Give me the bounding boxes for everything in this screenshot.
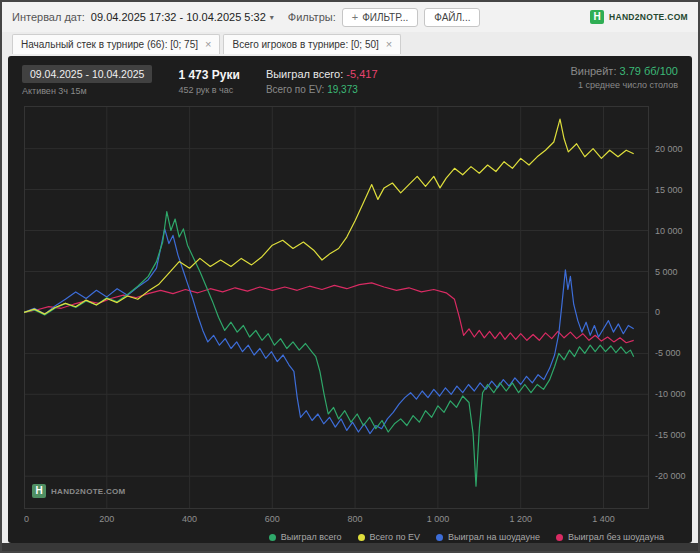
- filter-chip-label: Начальный стек в турнире (66): [0; 75]: [21, 39, 198, 50]
- watermark-text: HAND2NOTE.COM: [51, 487, 126, 496]
- svg-text:800: 800: [348, 514, 363, 524]
- plus-icon: +: [352, 12, 358, 23]
- legend-dot-icon: [269, 534, 276, 541]
- won-total-value: -5,417: [346, 68, 377, 80]
- report-date-range[interactable]: 09.04.2025 - 10.04.2025: [22, 65, 152, 83]
- legend-dot-icon: [436, 534, 443, 541]
- add-filter-button[interactable]: + ФИЛЬТР...: [342, 8, 419, 27]
- svg-text:1 200: 1 200: [509, 514, 532, 524]
- hand2note-icon: H: [590, 10, 604, 24]
- chevron-down-icon: ▾: [270, 13, 274, 22]
- avg-tables: 1 среднее число столов: [578, 80, 678, 90]
- report-header: 09.04.2025 - 10.04.2025 Активен 3ч 15м 1…: [8, 56, 692, 103]
- watermark: H HAND2NOTE.COM: [32, 484, 126, 498]
- svg-text:-20 000: -20 000: [655, 471, 686, 481]
- toolbar: Интервал дат: 09.04.2025 17:32 - 10.04.2…: [2, 2, 698, 32]
- svg-text:600: 600: [265, 514, 280, 524]
- report-panel: 09.04.2025 - 10.04.2025 Активен 3ч 15м 1…: [8, 56, 692, 543]
- ev-total-label: Всего по EV:: [266, 84, 325, 95]
- winrate-value: 3.79 бб/100: [620, 65, 678, 77]
- svg-text:0: 0: [655, 307, 660, 317]
- file-button[interactable]: ФАЙЛ...: [424, 8, 480, 27]
- filters-label: Фильтры:: [288, 11, 336, 23]
- ev-total-value: 19,373: [327, 84, 358, 95]
- svg-text:200: 200: [99, 514, 114, 524]
- svg-text:15 000: 15 000: [655, 185, 683, 195]
- svg-text:5 000: 5 000: [655, 267, 678, 277]
- date-range-value: 09.04.2025 17:32 - 10.04.2025 5:32: [91, 11, 266, 23]
- add-filter-label: ФИЛЬТР...: [362, 12, 408, 23]
- svg-text:-15 000: -15 000: [655, 430, 686, 440]
- app-window: Интервал дат: 09.04.2025 17:32 - 10.04.2…: [0, 0, 700, 553]
- close-icon[interactable]: ×: [205, 39, 211, 50]
- svg-text:10 000: 10 000: [655, 226, 683, 236]
- filter-tabs-row: Начальный стек в турнире (66): [0; 75] ×…: [2, 32, 698, 54]
- chart-area: 20 00015 00010 0005 0000-5 000-10 000-15…: [24, 106, 692, 534]
- filter-chip-start-stack[interactable]: Начальный стек в турнире (66): [0; 75] ×: [12, 34, 220, 54]
- window-bottom-edge: [2, 543, 698, 551]
- svg-text:1 000: 1 000: [427, 514, 450, 524]
- brand-logo: H HAND2NOTE.COM: [590, 10, 688, 24]
- svg-text:20 000: 20 000: [655, 144, 683, 154]
- date-interval-label: Интервал дат:: [12, 11, 85, 23]
- svg-text:400: 400: [182, 514, 197, 524]
- winnings-chart[interactable]: 20 00015 00010 0005 0000-5 000-10 000-15…: [24, 106, 688, 530]
- filter-chip-total-players[interactable]: Всего игроков в турнире: [0; 50] ×: [223, 34, 401, 54]
- file-button-label: ФАЙЛ...: [434, 12, 470, 23]
- svg-text:-10 000: -10 000: [655, 389, 686, 399]
- winrate-label: Винрейт:: [570, 65, 616, 77]
- brand-text: HAND2NOTE.COM: [609, 12, 688, 22]
- hand2note-icon: H: [32, 484, 46, 498]
- filter-chip-label: Всего игроков в турнире: [0; 50]: [232, 39, 378, 50]
- svg-text:-5 000: -5 000: [655, 348, 681, 358]
- svg-text:1 400: 1 400: [592, 514, 615, 524]
- hands-per-hour: 452 рук в час: [178, 85, 239, 95]
- legend-dot-icon: [358, 534, 365, 541]
- date-range-dropdown[interactable]: 09.04.2025 17:32 - 10.04.2025 5:32 ▾: [91, 11, 274, 23]
- svg-text:0: 0: [24, 514, 29, 524]
- legend-dot-icon: [556, 534, 563, 541]
- close-icon[interactable]: ×: [386, 39, 392, 50]
- hands-count: 1 473 Руки: [178, 65, 239, 82]
- active-time: Активен 3ч 15м: [22, 86, 152, 96]
- won-total-label: Выиграл всего:: [266, 68, 343, 80]
